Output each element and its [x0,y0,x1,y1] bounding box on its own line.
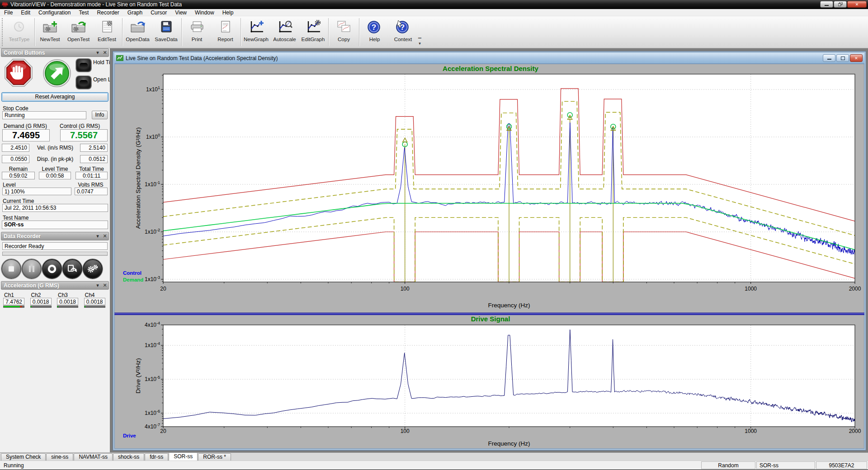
open-data-icon [129,19,146,35]
toolbar-button-label: EditTest [98,37,116,42]
panel-close-icon[interactable]: ✕ [101,50,108,56]
stop-code-field: Running [2,111,86,119]
asd-chart[interactable]: 20100100020001x1011x1001x10-11x10-21x10-… [114,64,864,315]
test-tabbar: System Checksine-ssNAVMAT-ssshock-ssfdr-… [0,452,868,461]
demand-label: Demand (G RMS) [4,123,47,129]
total-time-field: 0:01:11 [75,172,108,179]
control-label: Control (G RMS) [60,123,100,129]
panel-title: Acceleration (G RMS) [4,282,94,289]
toolbar-overflow-button[interactable]: ▔▾ [418,39,421,45]
toolbar-report-button[interactable]: Report [211,16,240,48]
control-value: 7.5567 [60,129,108,141]
maximize-icon[interactable] [836,54,849,62]
menu-recorder[interactable]: Recorder [93,9,123,16]
toolbar-context-button[interactable]: ?Context [389,16,417,48]
acceleration-panel-header: Acceleration (G RMS) ▾ ✕ [1,281,109,290]
menu-file[interactable]: File [0,9,17,16]
record-pause-button[interactable] [22,259,42,279]
toolbar-newgraph-button[interactable]: NewGraph [242,16,270,48]
svg-text:Frequency (Hz): Frequency (Hz) [488,302,530,309]
menu-view[interactable]: View [171,9,191,16]
menu-cursor[interactable]: Cursor [146,9,171,16]
toolbar-newtest-button[interactable]: NewTest [36,16,64,48]
panel-collapse-icon[interactable]: ▾ [94,233,101,239]
test-name-label: Test Name [3,215,28,221]
record-icon [45,262,59,276]
record-settings-button[interactable] [83,259,103,279]
panel-collapse-icon[interactable]: ▾ [94,50,101,56]
channel-level-meter [84,306,105,308]
channel-value-field: 0.0018 [57,298,78,305]
toolbar-autoscale-button[interactable]: Autoscale [270,16,299,48]
tab-fdr-ss[interactable]: fdr-ss [145,453,168,461]
toolbar-savedata-button[interactable]: SaveData [152,16,180,48]
application-window: VibrationVIEW - Demonstration mode - Liv… [0,0,868,470]
svg-text:100: 100 [401,428,410,434]
tab-system-check[interactable]: System Check [1,453,46,461]
tab-shock-ss[interactable]: shock-ss [113,453,144,461]
record-button[interactable] [42,259,62,279]
svg-text:Control: Control [123,270,142,276]
open-loop-toggle[interactable] [76,76,91,89]
tab-ror-ss[interactable]: ROR-ss * [198,453,231,461]
minimize-icon[interactable] [820,1,833,8]
document-titlebar[interactable]: Live Sine on Random Test Data (Accelerat… [114,53,864,64]
svg-text:20: 20 [160,428,166,434]
context-help-icon: ? [395,19,412,35]
menu-test[interactable]: Test [75,9,93,16]
recorder-status-field: Recorder Ready [2,242,108,250]
level-label: Level [3,182,16,188]
toolbar-edittest-button[interactable]: EditTest [93,16,121,48]
mdi-area: Live Sine on Random Test Data (Accelerat… [110,48,868,452]
reset-averaging-button[interactable]: Reset Averaging [1,92,108,102]
svg-text:1000: 1000 [745,428,757,434]
tab-sine-ss[interactable]: sine-ss [46,453,73,461]
minimize-icon[interactable] [823,54,835,62]
toolbar-help-button[interactable]: ?Help [360,16,389,48]
svg-text:20: 20 [160,286,166,292]
toolbar-button-label: OpenData [126,37,149,42]
channel-value-field: 7.4762 [3,298,24,305]
stop-button[interactable] [5,59,33,89]
start-button[interactable] [43,59,71,89]
channel-label: Ch1 [4,292,14,298]
current-time-field: Jul 22, 2011 10:56:53 [2,204,108,212]
drive-chart[interactable]: 20100100020004x10-41x10-41x10-51x10-64x1… [114,315,864,451]
panel-close-icon[interactable]: ✕ [101,233,108,239]
menu-configuration[interactable]: Configuration [34,9,75,16]
channel-value-field: 0.0018 [84,298,105,305]
toolbar-copy-button[interactable]: Copy [330,16,358,48]
svg-text:Drive Signal: Drive Signal [471,315,510,323]
document-title: Live Sine on Random Test Data (Accelerat… [126,55,278,61]
chart-icon [116,55,123,61]
panel-close-icon[interactable]: ✕ [101,282,108,288]
record-play-button[interactable] [62,259,82,279]
menu-help[interactable]: Help [218,9,238,16]
menu-window[interactable]: Window [191,9,218,16]
toolbar-editgraph-button[interactable]: EditGraph [299,16,327,48]
menubar: FileEditConfigurationTestRecorderGraphCu… [0,9,868,16]
restore-icon[interactable] [834,1,847,8]
toolbar-print-button[interactable]: Print [183,16,211,48]
toolbar-testtype-button[interactable]: TestType [5,16,33,48]
toolbar-opentest-button[interactable]: OpenTest [64,16,93,48]
menu-graph[interactable]: Graph [123,9,146,16]
toolbar-grip[interactable] [2,18,4,46]
tab-sor-ss[interactable]: SOR-ss [169,452,198,461]
svg-text:?: ? [371,23,376,32]
close-icon[interactable]: ✕ [847,1,867,8]
panel-collapse-icon[interactable]: ▾ [94,282,101,288]
menu-edit[interactable]: Edit [17,9,34,16]
close-icon[interactable]: ✕ [850,54,863,62]
toolbar-opendata-button[interactable]: OpenData [123,16,152,48]
channel-level-meter [3,306,24,308]
hold-timer-toggle[interactable] [76,59,91,72]
info-button[interactable]: Info [92,111,108,119]
testtype-icon [11,19,28,35]
help-icon: ? [366,19,383,35]
tab-navmat-ss[interactable]: NAVMAT-ss [74,453,113,461]
svg-text:1000: 1000 [745,286,757,292]
toolbar-separator [34,18,35,46]
record-stop-button[interactable] [1,259,21,279]
svg-text:2000: 2000 [849,286,861,292]
